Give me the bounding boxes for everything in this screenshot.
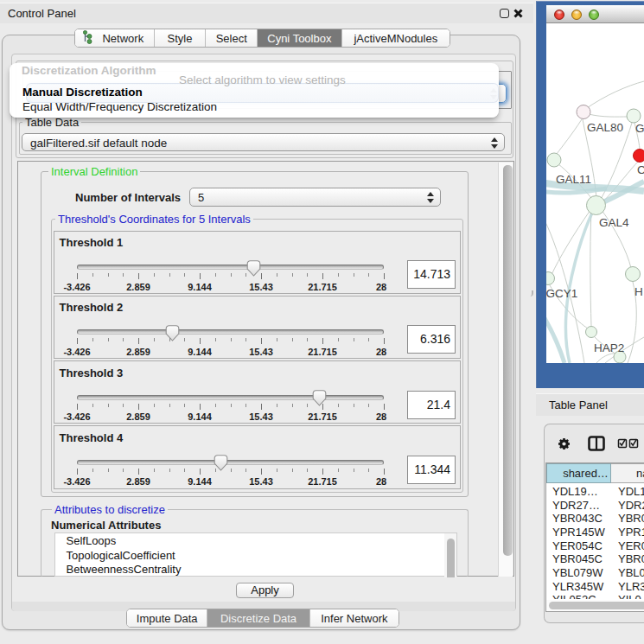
svg-text:GAL80: GAL80 — [587, 121, 623, 134]
svg-text:C: C — [637, 163, 644, 176]
svg-text:HAP2: HAP2 — [594, 341, 624, 354]
svg-text:GCY1: GCY1 — [546, 287, 577, 300]
svg-text:H: H — [634, 285, 643, 298]
svg-text:GAL4: GAL4 — [599, 216, 629, 229]
svg-text:GA: GA — [635, 122, 644, 135]
svg-text:GAL11: GAL11 — [556, 173, 591, 186]
